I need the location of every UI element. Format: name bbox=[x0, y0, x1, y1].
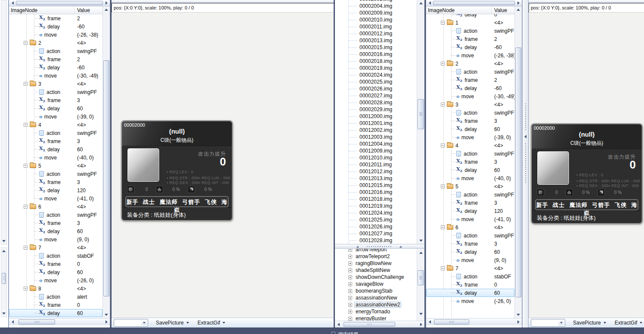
scroll-left-icon[interactable] bbox=[427, 0, 433, 6]
vertical-scrollbar[interactable] bbox=[102, 6, 110, 318]
expand-icon[interactable] bbox=[348, 296, 352, 300]
tree-row[interactable]: X2frame2 bbox=[9, 55, 102, 63]
tree-row[interactable]: X2delay120 bbox=[426, 207, 514, 215]
tree-row[interactable]: 7<4> bbox=[9, 243, 102, 252]
tree-row[interactable]: ‹›move(-26, 0) bbox=[9, 276, 102, 284]
extract-gif-button[interactable]: ExtractGif bbox=[195, 318, 228, 327]
skill-tree-item[interactable]: energyTornado bbox=[335, 308, 417, 315]
column-value[interactable]: Value bbox=[74, 7, 102, 13]
tree-row[interactable]: X2delay60 bbox=[426, 166, 514, 174]
img-list-item[interactable]: 00012018.img bbox=[335, 196, 417, 203]
scrollbar-thumb[interactable] bbox=[434, 319, 469, 325]
splitter-collapse-icon[interactable] bbox=[399, 246, 402, 248]
column-imagenode[interactable]: ImageNode bbox=[426, 6, 492, 14]
img-list-item[interactable]: 00012019.img bbox=[335, 203, 417, 209]
tree-row[interactable]: X2frame0 bbox=[9, 301, 102, 309]
chevron-down-icon[interactable] bbox=[604, 322, 606, 324]
tree-row[interactable]: ‹›move(-40, 0) bbox=[426, 174, 514, 182]
skill-tree-item[interactable]: assassinationNew bbox=[335, 294, 417, 301]
collapse-icon[interactable] bbox=[24, 287, 28, 290]
collapse-icon[interactable] bbox=[441, 21, 445, 25]
tree-row[interactable]: X2frame3 bbox=[9, 137, 102, 145]
img-list-item[interactable]: 00012004.img bbox=[335, 140, 417, 147]
img-list-item[interactable]: 00012025.img bbox=[335, 216, 417, 223]
vertical-scrollbar[interactable] bbox=[417, 0, 424, 244]
skill-tree-item[interactable]: arrowTeleport bbox=[335, 249, 417, 253]
tree-column-header[interactable]: ImageNode Value bbox=[9, 6, 102, 14]
expand-icon[interactable] bbox=[348, 282, 352, 286]
expand-icon[interactable] bbox=[348, 249, 352, 252]
tree-row[interactable]: actionalert bbox=[9, 293, 102, 301]
img-list-item[interactable]: 00012026.img bbox=[335, 223, 417, 230]
tree-row[interactable]: ‹›move(-30, -49) bbox=[9, 72, 102, 80]
img-list-item[interactable]: 00002009.img bbox=[335, 9, 417, 16]
tree-row[interactable]: X2delay-60 bbox=[426, 84, 514, 92]
scroll-up-icon[interactable] bbox=[515, 6, 522, 13]
chevron-down-icon[interactable] bbox=[141, 320, 147, 325]
tree-row[interactable]: actionswingPF bbox=[9, 170, 102, 178]
scroll-left-icon[interactable] bbox=[9, 318, 15, 325]
frame-combobox[interactable] bbox=[531, 319, 565, 327]
tree-row[interactable]: actionswingPF bbox=[426, 68, 514, 76]
tree-row[interactable]: X2frame3 bbox=[426, 240, 514, 248]
left-edge-scrollbar-upper[interactable] bbox=[1, 0, 7, 245]
skill-tree-item[interactable]: shadeSplitNew bbox=[335, 267, 417, 274]
tree-row[interactable]: X2delay60 bbox=[9, 268, 102, 276]
scroll-right-icon[interactable] bbox=[418, 321, 424, 328]
img-list-item[interactable]: 00012009.img bbox=[335, 147, 417, 154]
scroll-down-icon[interactable] bbox=[515, 312, 522, 318]
scrollbar-thumb[interactable] bbox=[344, 322, 395, 327]
scroll-up-icon[interactable] bbox=[417, 0, 424, 6]
img-list-item[interactable]: 00012015.img bbox=[335, 182, 417, 189]
tree-row[interactable]: ‹›move(-26, 0) bbox=[426, 297, 514, 305]
collapse-icon[interactable] bbox=[24, 82, 28, 86]
img-list-item[interactable]: 00012028.img bbox=[335, 237, 417, 244]
tree-row[interactable]: ‹›move(-26, -38) bbox=[9, 31, 102, 39]
scrollbar-thumb[interactable] bbox=[515, 47, 521, 297]
tree-row[interactable]: actionswingPF bbox=[9, 47, 102, 55]
scroll-right-icon[interactable] bbox=[103, 318, 109, 325]
tree-row[interactable]: X2delay60 bbox=[9, 309, 102, 317]
collapse-icon[interactable] bbox=[441, 225, 445, 229]
scrollbar-thumb[interactable] bbox=[418, 99, 424, 129]
bottom-horizontal-scrollbar[interactable] bbox=[9, 318, 110, 325]
tree-row[interactable]: X2frame3 bbox=[9, 96, 102, 104]
tree-row[interactable]: 5<4> bbox=[426, 182, 514, 190]
img-list-item[interactable]: 00002026.img bbox=[335, 85, 417, 92]
img-list-item[interactable]: 00002015.img bbox=[335, 44, 417, 51]
skill-tree-item[interactable]: ragingBlowNew bbox=[335, 260, 417, 267]
vertical-scrollbar[interactable] bbox=[514, 6, 522, 318]
tree-row[interactable]: ‹›move(-30, -49) bbox=[426, 92, 514, 100]
skill-tree-item[interactable]: boomerangStab bbox=[335, 287, 417, 294]
tree-row[interactable]: X2delay60 bbox=[9, 145, 102, 153]
tree-row[interactable]: actionswingPF bbox=[9, 88, 102, 96]
chevron-down-icon[interactable] bbox=[186, 322, 189, 324]
scrollbar-thumb[interactable] bbox=[19, 319, 55, 325]
tree-row[interactable]: X2frame3 bbox=[9, 178, 102, 186]
expand-icon[interactable] bbox=[348, 303, 352, 307]
tree-row[interactable]: ‹›move(-40, 0) bbox=[9, 153, 102, 162]
tree-row[interactable]: actionswingPF bbox=[9, 129, 102, 137]
tree-row[interactable]: actionswingPF bbox=[9, 211, 102, 219]
scroll-down-icon[interactable] bbox=[1, 238, 6, 244]
tree-row[interactable]: actionswingPF bbox=[426, 190, 514, 199]
extract-gif-button[interactable]: ExtractGif bbox=[612, 318, 644, 327]
scrollbar-thumb[interactable] bbox=[418, 270, 424, 285]
expand-icon[interactable] bbox=[348, 268, 352, 272]
img-list-item[interactable]: 00002012.img bbox=[335, 30, 417, 37]
img-list-item[interactable]: 00012001.img bbox=[335, 120, 417, 127]
img-list-item[interactable]: 00002019.img bbox=[335, 65, 417, 72]
skill-tree-item[interactable]: assassinationNew2 bbox=[335, 301, 417, 308]
tree-row[interactable]: X2delay0 bbox=[426, 14, 514, 19]
tree-row[interactable]: X2delay60 bbox=[9, 227, 102, 235]
collapse-icon[interactable] bbox=[441, 144, 445, 147]
img-list-item[interactable]: 00002013.img bbox=[335, 37, 417, 44]
tree-row[interactable]: X2delay120 bbox=[9, 186, 102, 194]
chevron-down-icon[interactable] bbox=[640, 322, 642, 324]
tree-row[interactable]: 4<4> bbox=[426, 141, 514, 150]
bottom-horizontal-scrollbar[interactable] bbox=[426, 318, 522, 325]
scroll-right-icon[interactable] bbox=[515, 318, 521, 325]
tree-row[interactable]: X2delay60 bbox=[426, 289, 514, 297]
collapse-left-icon[interactable] bbox=[523, 134, 528, 140]
img-list-item[interactable]: 00012013.img bbox=[335, 175, 417, 182]
